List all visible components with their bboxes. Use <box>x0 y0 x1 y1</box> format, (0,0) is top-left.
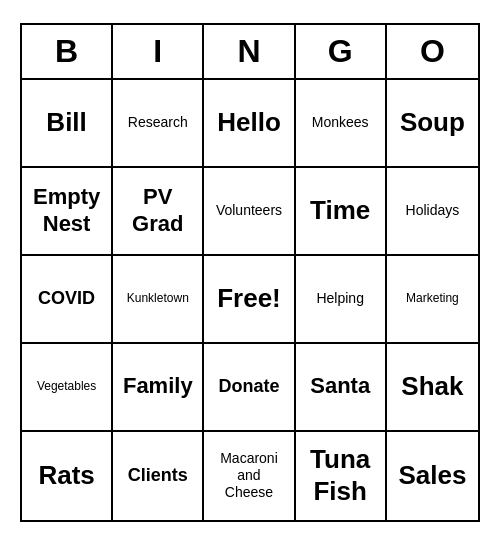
cell-text: Free! <box>217 283 281 314</box>
bingo-cell[interactable]: PVGrad <box>113 168 204 256</box>
bingo-cell[interactable]: Kunkletown <box>113 256 204 344</box>
bingo-cell[interactable]: Bill <box>22 80 113 168</box>
cell-text: Time <box>310 195 370 226</box>
cell-text: EmptyNest <box>33 184 100 237</box>
bingo-cell[interactable]: Research <box>113 80 204 168</box>
cell-text: Holidays <box>406 202 460 219</box>
bingo-cell[interactable]: Volunteers <box>204 168 295 256</box>
bingo-cell[interactable]: TunaFish <box>296 432 387 520</box>
bingo-cell[interactable]: Holidays <box>387 168 478 256</box>
cell-text: PVGrad <box>132 184 183 237</box>
bingo-cell[interactable]: EmptyNest <box>22 168 113 256</box>
cell-text: Hello <box>217 107 281 138</box>
cell-text: Clients <box>128 465 188 487</box>
bingo-cell[interactable]: Monkees <box>296 80 387 168</box>
bingo-cell[interactable]: Hello <box>204 80 295 168</box>
header-letter: B <box>22 25 113 78</box>
bingo-cell[interactable]: Time <box>296 168 387 256</box>
header-letter: O <box>387 25 478 78</box>
cell-text: Santa <box>310 373 370 399</box>
bingo-cell[interactable]: Clients <box>113 432 204 520</box>
cell-text: Volunteers <box>216 202 282 219</box>
bingo-cell[interactable]: Rats <box>22 432 113 520</box>
bingo-header: BINGO <box>22 25 478 80</box>
cell-text: Shak <box>401 371 463 402</box>
cell-text: Vegetables <box>37 379 96 393</box>
bingo-cell[interactable]: Vegetables <box>22 344 113 432</box>
cell-text: Sales <box>398 460 466 491</box>
cell-text: Donate <box>218 376 279 398</box>
cell-text: Monkees <box>312 114 369 131</box>
header-letter: G <box>296 25 387 78</box>
bingo-cell[interactable]: MacaroniandCheese <box>204 432 295 520</box>
bingo-cell[interactable]: Shak <box>387 344 478 432</box>
cell-text: Kunkletown <box>127 291 189 305</box>
bingo-cell[interactable]: Sales <box>387 432 478 520</box>
bingo-cell[interactable]: Donate <box>204 344 295 432</box>
bingo-cell[interactable]: Helping <box>296 256 387 344</box>
cell-text: Helping <box>316 290 363 307</box>
cell-text: COVID <box>38 288 95 310</box>
cell-text: Research <box>128 114 188 131</box>
cell-text: Rats <box>38 460 94 491</box>
header-letter: I <box>113 25 204 78</box>
bingo-cell[interactable]: Marketing <box>387 256 478 344</box>
cell-text: MacaroniandCheese <box>220 450 278 500</box>
bingo-cell[interactable]: Santa <box>296 344 387 432</box>
header-letter: N <box>204 25 295 78</box>
bingo-cell[interactable]: Free! <box>204 256 295 344</box>
bingo-cell[interactable]: COVID <box>22 256 113 344</box>
cell-text: Family <box>123 373 193 399</box>
cell-text: Soup <box>400 107 465 138</box>
bingo-cell[interactable]: Family <box>113 344 204 432</box>
bingo-card: BINGO BillResearchHelloMonkeesSoupEmptyN… <box>20 23 480 522</box>
bingo-grid: BillResearchHelloMonkeesSoupEmptyNestPVG… <box>22 80 478 520</box>
bingo-cell[interactable]: Soup <box>387 80 478 168</box>
cell-text: Bill <box>46 107 86 138</box>
cell-text: Marketing <box>406 291 459 305</box>
cell-text: TunaFish <box>310 444 370 506</box>
